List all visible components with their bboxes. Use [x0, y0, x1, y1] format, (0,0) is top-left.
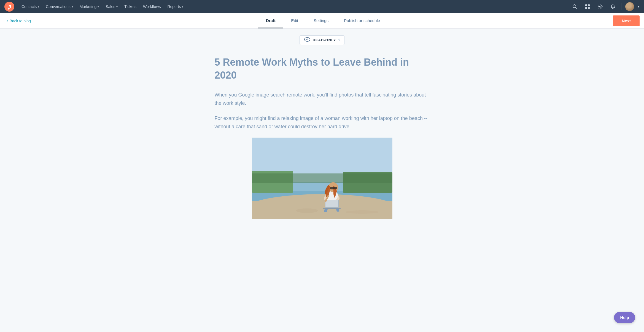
content-area: READ-ONLY ℹ 5 Remote Work Myths to Leave… — [0, 29, 644, 332]
svg-point-29 — [296, 208, 318, 213]
nav-reports[interactable]: Reports ▾ — [165, 3, 186, 10]
blog-image-container — [215, 138, 430, 219]
svg-point-23 — [330, 187, 334, 189]
notifications-button[interactable] — [608, 2, 617, 11]
nav-sales[interactable]: Sales ▾ — [103, 3, 120, 10]
svg-rect-19 — [252, 173, 392, 183]
marketplace-button[interactable] — [583, 2, 592, 11]
svg-rect-5 — [588, 4, 590, 6]
hubspot-logo[interactable] — [4, 2, 14, 12]
svg-rect-7 — [588, 7, 590, 9]
blog-title: 5 Remote Work Myths to Leave Behind in 2… — [215, 56, 430, 82]
back-arrow-icon: ‹ — [7, 19, 8, 23]
back-to-blog-link[interactable]: ‹ Back to blog — [0, 13, 37, 28]
tab-settings[interactable]: Settings — [306, 13, 336, 28]
tab-publish-schedule[interactable]: Publish or schedule — [336, 13, 388, 28]
svg-point-0 — [4, 2, 14, 12]
svg-point-1 — [8, 9, 9, 10]
top-navigation: Contacts ▾ Conversations ▾ Marketing ▾ S… — [0, 0, 644, 13]
svg-rect-28 — [323, 208, 341, 209]
user-avatar[interactable] — [625, 2, 634, 11]
nav-workflows[interactable]: Workflows — [140, 3, 163, 10]
sub-header: ‹ Back to blog Draft Edit Settings Publi… — [0, 13, 644, 29]
search-button[interactable] — [570, 2, 579, 11]
svg-rect-6 — [585, 7, 587, 9]
tab-draft[interactable]: Draft — [258, 13, 283, 28]
blog-paragraph-2: For example, you might find a relaxing i… — [215, 114, 430, 131]
blog-image — [252, 138, 392, 219]
eye-icon — [304, 37, 310, 43]
nav-marketing[interactable]: Marketing ▾ — [77, 3, 102, 10]
svg-rect-16 — [252, 201, 392, 219]
blog-content: 5 Remote Work Myths to Leave Behind in 2… — [204, 56, 441, 219]
nav-right-icons: ▾ — [570, 2, 640, 11]
help-button[interactable]: Help — [614, 312, 635, 323]
nav-tickets[interactable]: Tickets — [122, 3, 139, 10]
contacts-chevron-icon: ▾ — [38, 5, 39, 8]
svg-line-3 — [576, 7, 577, 9]
marketing-chevron-icon: ▾ — [98, 5, 99, 8]
nav-conversations[interactable]: Conversations ▾ — [43, 3, 76, 10]
tab-edit[interactable]: Edit — [283, 13, 306, 28]
readonly-badge: READ-ONLY ℹ — [300, 35, 344, 45]
blog-paragraph-1: When you Google image search remote work… — [215, 91, 430, 108]
svg-rect-4 — [585, 4, 587, 6]
reports-chevron-icon: ▾ — [182, 5, 183, 8]
svg-point-8 — [600, 6, 601, 7]
tabs-container: Draft Edit Settings Publish or schedule — [37, 13, 609, 28]
settings-button[interactable] — [596, 2, 605, 11]
next-button[interactable]: Next — [613, 15, 640, 26]
svg-rect-27 — [325, 200, 338, 207]
conversations-chevron-icon: ▾ — [72, 5, 73, 8]
user-dropdown-icon[interactable]: ▾ — [638, 5, 640, 9]
readonly-info-icon[interactable]: ℹ — [338, 38, 340, 42]
svg-point-11 — [307, 39, 308, 40]
svg-point-24 — [333, 187, 337, 189]
sales-chevron-icon: ▾ — [116, 5, 118, 8]
svg-point-30 — [346, 210, 379, 214]
nav-divider — [621, 3, 621, 10]
nav-contacts[interactable]: Contacts ▾ — [19, 3, 42, 10]
nav-items: Contacts ▾ Conversations ▾ Marketing ▾ S… — [19, 3, 570, 10]
